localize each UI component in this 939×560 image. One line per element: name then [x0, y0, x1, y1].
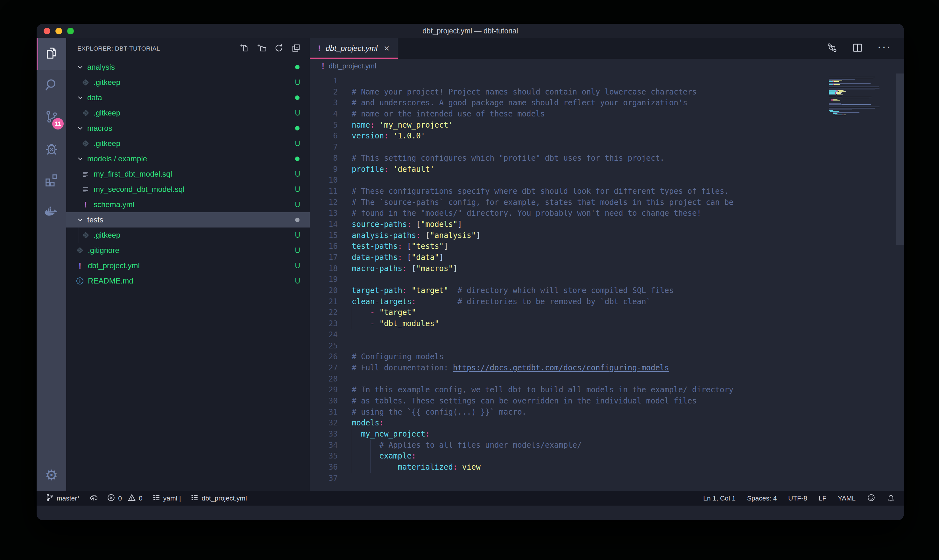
code-line[interactable]: 24	[310, 329, 904, 340]
tab-dbt-project-yml[interactable]: ! dbt_project.yml ×	[310, 38, 398, 59]
code-token: :	[402, 264, 407, 273]
activity-item-debug[interactable]	[37, 133, 66, 165]
line-number: 9	[310, 164, 338, 175]
code-line[interactable]: 1	[310, 75, 904, 86]
tree-item-my-first-dbt-model-sql[interactable]: my_first_dbt_model.sqlU	[66, 166, 310, 182]
chevron-down-icon	[76, 125, 84, 132]
line-number: 36	[310, 462, 338, 473]
code-line[interactable]: 9profile: 'default'	[310, 164, 904, 175]
code-line[interactable]: 15analysis-paths: ["analysis"]	[310, 230, 904, 241]
tree-item--gitignore[interactable]: .gitignoreU	[66, 243, 310, 258]
code-line[interactable]: 8# This setting configures which "profil…	[310, 153, 904, 164]
code-line[interactable]: 29# In this example config, we tell dbt …	[310, 385, 904, 395]
breadcrumb-item[interactable]: dbt_project.yml	[329, 62, 376, 70]
new-folder-icon[interactable]	[257, 43, 266, 54]
code-line[interactable]: 17data-paths: ["data"]	[310, 252, 904, 263]
code-line[interactable]: 27# Full documentation: https://docs.get…	[310, 362, 904, 374]
tree-item--gitkeep[interactable]: .gitkeepU	[66, 75, 310, 90]
git-status-dot	[295, 157, 300, 161]
tree-item--gitkeep[interactable]: .gitkeepU	[66, 228, 310, 243]
tree-item-tests[interactable]: tests	[66, 212, 310, 228]
code-line[interactable]: 25	[310, 340, 904, 352]
code-line[interactable]: 36 materialized: view	[310, 462, 904, 473]
tree-item-models-example[interactable]: models / example	[66, 151, 310, 166]
code-line[interactable]: 33 my_new_project:	[310, 429, 904, 440]
status-active-file-status[interactable]: dbt_project.yml	[190, 494, 247, 503]
status-language-mode[interactable]: YAML	[838, 494, 856, 502]
status-feedback[interactable]	[867, 494, 875, 503]
code-line[interactable]: 14source-paths: ["models"]	[310, 219, 904, 230]
collapse-all-icon[interactable]	[291, 43, 301, 54]
ellipsis-icon[interactable]: ···	[877, 45, 891, 52]
code-line[interactable]: 34 # Applies to all files under models/e…	[310, 440, 904, 451]
close-icon[interactable]: ×	[384, 44, 389, 53]
activity-item-docker[interactable]	[37, 197, 66, 229]
code-line[interactable]: 16test-paths: ["tests"]	[310, 241, 904, 252]
activity-item-settings[interactable]: ⚙	[37, 459, 66, 491]
code-line[interactable]: 4# name or the intended use of these mod…	[310, 109, 904, 120]
code-line[interactable]: 13# found in the "models/" directory. Yo…	[310, 208, 904, 219]
line-content: source-paths: ["models"]	[338, 219, 462, 230]
code-line[interactable]: 31# using the `{{ config(...) }}` macro.	[310, 407, 904, 418]
activity-item-extensions[interactable]	[37, 165, 66, 197]
activity-item-explorer[interactable]	[37, 38, 66, 70]
code-token	[389, 165, 393, 174]
status-notifications[interactable]	[887, 494, 895, 503]
status-cursor-position[interactable]: Ln 1, Col 1	[703, 494, 736, 502]
tree-item-my-second-dbt-model-sql[interactable]: my_second_dbt_model.sqlU	[66, 182, 310, 197]
tree-item-label: data	[87, 93, 102, 102]
status-problems-warnings[interactable]: 0	[128, 494, 143, 503]
refresh-icon[interactable]	[274, 43, 283, 54]
code-line[interactable]: 19	[310, 274, 904, 285]
code-line[interactable]: 30# as tables. These settings can be ove…	[310, 395, 904, 407]
status-encoding[interactable]: UTF-8	[788, 494, 807, 502]
code-line[interactable]: 10	[310, 175, 904, 186]
tree-item-readme-md[interactable]: README.mdU	[66, 273, 310, 289]
tree-item-dbt-project-yml[interactable]: !dbt_project.ymlU	[66, 258, 310, 273]
code-line[interactable]: 6version: '1.0.0'	[310, 131, 904, 142]
status-git-branch[interactable]: master*	[46, 494, 80, 503]
code-line[interactable]: 35 example:	[310, 451, 904, 462]
status-eol[interactable]: LF	[819, 494, 827, 502]
code-line[interactable]: 23 - "dbt_modules"	[310, 318, 904, 329]
breadcrumb: ! dbt_project.yml	[310, 59, 904, 74]
code-line[interactable]: 12# The `source-paths` config, for examp…	[310, 197, 904, 208]
code-line[interactable]: 21clean-targets: # directories to be rem…	[310, 296, 904, 308]
status-sync-changes[interactable]	[89, 494, 97, 503]
activity-item-source-control[interactable]: 11	[37, 102, 66, 133]
tree-item--gitkeep[interactable]: .gitkeepU	[66, 105, 310, 121]
new-file-icon[interactable]	[240, 43, 249, 54]
code-line[interactable]: 2# Name your project! Project names shou…	[310, 86, 904, 98]
scrollbar-thumb[interactable]	[896, 74, 904, 245]
compare-icon[interactable]	[826, 42, 838, 55]
code-line[interactable]: 18macro-paths: ["macros"]	[310, 263, 904, 274]
tree-item--gitkeep[interactable]: .gitkeepU	[66, 136, 310, 151]
status-indentation[interactable]: Spaces: 4	[747, 494, 777, 502]
status-problems-errors[interactable]: 0	[107, 494, 122, 503]
code-line[interactable]: 26# Configuring models	[310, 351, 904, 362]
code-line[interactable]: 37	[310, 473, 904, 484]
code-line[interactable]: 7	[310, 142, 904, 153]
tree-item-analysis[interactable]: analysis	[66, 60, 310, 75]
code-line[interactable]: 32models:	[310, 417, 904, 429]
split-icon[interactable]	[852, 42, 863, 55]
tree-item-data[interactable]: data	[66, 90, 310, 105]
code-line[interactable]: 20target-path: "target" # directory whic…	[310, 285, 904, 296]
doc-link[interactable]: https://docs.getdbt.com/docs/configuring…	[453, 363, 669, 372]
code-line[interactable]: 5name: 'my_new_project'	[310, 120, 904, 131]
indent-guide	[352, 429, 352, 440]
line-content: # This setting configures which "profile…	[338, 153, 665, 164]
line-content: - "dbt_modules"	[338, 318, 439, 329]
status-yaml-schema-status[interactable]: yaml |	[152, 494, 181, 503]
tree-item-schema-yml[interactable]: !schema.ymlU	[66, 197, 310, 212]
code-line[interactable]: 3# and underscores. A good package name …	[310, 97, 904, 109]
line-content	[338, 340, 352, 352]
code-line[interactable]: 11# These configurations specify where d…	[310, 186, 904, 197]
minimap[interactable]	[829, 75, 896, 117]
code-token: # using the `{{ config(...) }}` macro.	[352, 408, 526, 417]
code-line[interactable]: 22 - "target"	[310, 307, 904, 318]
tree-item-macros[interactable]: macros	[66, 121, 310, 136]
code-line[interactable]: 28	[310, 374, 904, 385]
code-area[interactable]: 12# Name your project! Project names sho…	[310, 74, 904, 484]
activity-item-search[interactable]	[37, 70, 66, 102]
